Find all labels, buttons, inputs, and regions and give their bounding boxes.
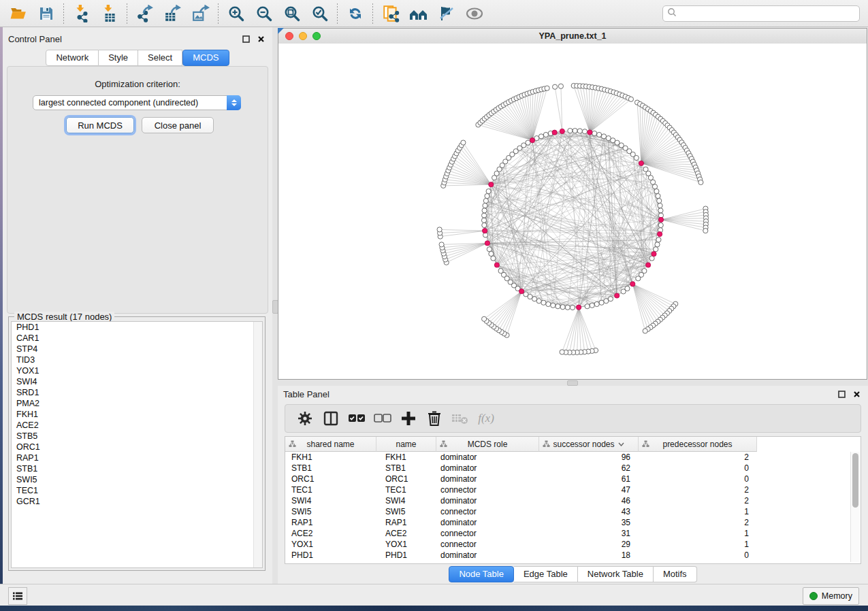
add-icon[interactable] [396, 407, 421, 430]
result-node-item[interactable]: TID3 [12, 354, 262, 365]
scrollbar-thumb[interactable] [852, 453, 858, 508]
table-cell: SWI4 [285, 495, 376, 506]
result-node-item[interactable]: SRD1 [12, 387, 262, 398]
first-neighbors-icon[interactable] [404, 2, 432, 25]
result-node-item[interactable]: ACE2 [12, 420, 262, 431]
panel-menu-button[interactable] [8, 587, 27, 605]
table-row[interactable]: YOX1YOX1connector291 [285, 539, 861, 550]
table-row[interactable]: RAP1RAP1dominator352 [285, 517, 861, 528]
table-cell: YOX1 [285, 539, 376, 550]
close-panel-button[interactable]: Close panel [142, 117, 214, 133]
optimization-criterion-select[interactable]: largest connected component (undirected) [33, 95, 241, 110]
columns-icon[interactable] [318, 407, 344, 430]
splitter-handle[interactable] [567, 380, 578, 386]
result-node-item[interactable]: RAP1 [12, 452, 262, 463]
run-mcds-button[interactable]: Run MCDS [66, 117, 134, 133]
network-window-titlebar[interactable]: YPA_prune.txt_1 [278, 29, 867, 44]
clone-network-icon[interactable] [376, 2, 404, 25]
zoom-out-icon[interactable] [250, 2, 278, 25]
column-header-name[interactable]: name [376, 437, 436, 452]
result-node-item[interactable]: CAR1 [12, 333, 262, 344]
table-row[interactable]: STB1STB1dominator620 [285, 463, 861, 474]
horizontal-splitter[interactable] [278, 380, 868, 386]
tab-motifs[interactable]: Motifs [654, 566, 697, 582]
result-node-item[interactable]: PMA2 [12, 398, 262, 409]
table-cell [757, 528, 861, 539]
tab-network-table[interactable]: Network Table [578, 566, 654, 582]
tab-select[interactable]: Select [138, 50, 182, 66]
memory-button[interactable]: Memory [803, 587, 859, 605]
search-input[interactable] [677, 8, 855, 19]
table-cell: 0 [639, 474, 757, 484]
table-row[interactable]: ACE2ACE2connector311 [285, 528, 861, 539]
refresh-icon[interactable] [341, 2, 369, 25]
memory-status-icon [809, 592, 818, 600]
export-image-icon[interactable] [187, 2, 214, 25]
table-row[interactable]: SWI4SWI4dominator462 [285, 495, 861, 506]
tab-style[interactable]: Style [99, 50, 138, 66]
tab-mcds[interactable]: MCDS [182, 50, 229, 66]
table-cell: connector [436, 528, 539, 539]
table-cell: 18 [539, 550, 639, 561]
tab-edge-table[interactable]: Edge Table [514, 566, 578, 582]
result-list-scrollbar[interactable] [253, 322, 262, 567]
result-node-item[interactable]: TEC1 [12, 485, 262, 496]
mcds-result-list[interactable]: PHD1CAR1STP4TID3YOX1SWI4SRD1PMA2FKH1ACE2… [11, 321, 263, 568]
birdseye-icon[interactable] [460, 2, 488, 25]
export-network-icon[interactable] [131, 2, 159, 25]
deselect-all-icon[interactable] [370, 407, 396, 430]
table-cell: 96 [539, 452, 639, 463]
result-node-item[interactable]: SWI5 [12, 474, 262, 485]
result-node-item[interactable]: STP4 [12, 344, 262, 354]
table-row[interactable]: PHD1PHD1dominator180 [285, 550, 861, 561]
close-panel-icon[interactable] [255, 33, 267, 44]
gear-icon[interactable] [292, 407, 318, 430]
result-node-item[interactable]: ORC1 [12, 442, 262, 452]
close-panel-icon[interactable] [850, 389, 863, 399]
table-cell: 47 [539, 484, 639, 495]
export-table-icon[interactable] [159, 2, 187, 25]
table-cell: 0 [639, 463, 757, 474]
result-node-item[interactable]: SWI4 [12, 376, 262, 387]
mcds-result-group: MCDS result (17 nodes) PHD1CAR1STP4TID3Y… [8, 316, 266, 571]
table-row[interactable]: FKH1FKH1dominator962 [285, 452, 861, 463]
result-node-item[interactable]: GCR1 [12, 496, 262, 507]
main-toolbar [0, 0, 868, 27]
zoom-fit-icon[interactable] [278, 2, 306, 25]
result-node-item[interactable]: STB1 [12, 463, 262, 474]
search-box[interactable] [662, 5, 860, 22]
hide-details-icon[interactable] [432, 2, 460, 25]
delete-icon[interactable] [421, 407, 447, 430]
table-scrollbar[interactable] [850, 452, 860, 562]
import-network-icon[interactable] [67, 2, 95, 25]
table-cell: RAP1 [376, 517, 436, 528]
zoom-in-icon[interactable] [222, 2, 250, 25]
column-header-shared-name[interactable]: shared name [285, 437, 376, 452]
network-canvas[interactable] [278, 44, 867, 379]
vertical-splitter[interactable] [272, 27, 278, 584]
table-cell: SWI5 [285, 506, 376, 517]
result-node-item[interactable]: YOX1 [12, 365, 262, 376]
table-row[interactable]: SWI5SWI5connector431 [285, 506, 861, 517]
result-node-item[interactable]: STB5 [12, 431, 262, 442]
float-panel-icon[interactable] [835, 389, 848, 399]
import-table-icon[interactable] [95, 2, 123, 25]
open-file-icon[interactable] [4, 2, 32, 25]
table-cell [757, 517, 861, 528]
tab-network[interactable]: Network [46, 50, 99, 66]
save-icon[interactable] [32, 2, 60, 25]
select-all-icon[interactable] [344, 407, 370, 430]
column-header-MCDS-role[interactable]: MCDS role [436, 437, 539, 452]
table-row[interactable]: TEC1TEC1connector472 [285, 484, 861, 495]
table-row[interactable]: ORC1ORC1dominator610 [285, 474, 861, 484]
column-header-predecessor-nodes[interactable]: predecessor nodes [639, 437, 757, 452]
result-node-item[interactable]: PHD1 [12, 322, 262, 333]
tab-node-table[interactable]: Node Table [449, 566, 514, 582]
float-panel-icon[interactable] [240, 33, 252, 44]
zoom-selected-icon[interactable] [306, 2, 334, 25]
table-cell: dominator [436, 463, 539, 474]
node-table[interactable]: shared namenameMCDS rolesuccessor nodesp… [285, 436, 861, 564]
mcds-tab-content: Optimization criterion: largest connecte… [7, 66, 268, 314]
result-node-item[interactable]: FKH1 [12, 409, 262, 420]
column-header-successor-nodes[interactable]: successor nodes [539, 437, 639, 452]
